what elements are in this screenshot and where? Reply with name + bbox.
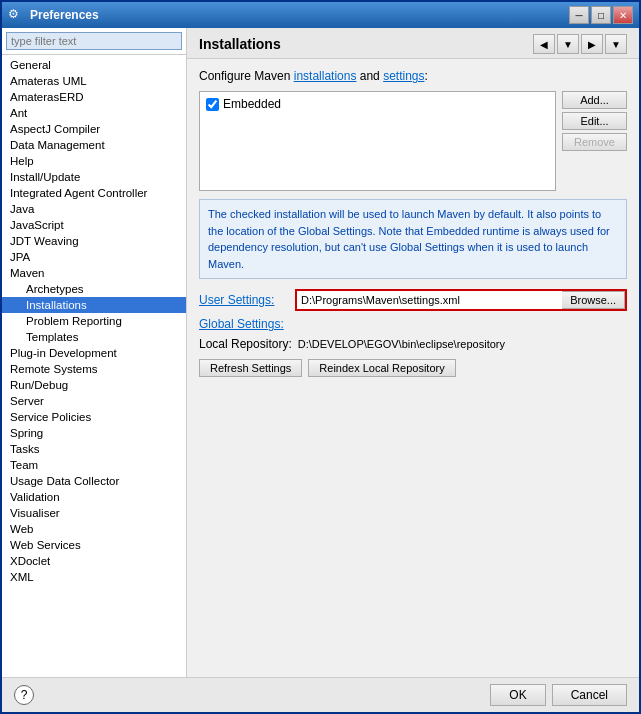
sidebar-item-spring[interactable]: Spring <box>2 425 186 441</box>
panel-body: Configure Maven installations and settin… <box>187 59 639 677</box>
global-settings-row: Global Settings: <box>199 317 627 331</box>
main-content: GeneralAmateras UMLAmaterasERDAntAspectJ… <box>2 28 639 677</box>
install-item-embedded: Embedded <box>202 94 553 114</box>
installations-area: Embedded Add... Edit... Remove <box>199 91 627 191</box>
preferences-window: ⚙ Preferences ─ □ ✕ GeneralAmateras UMLA… <box>0 0 641 714</box>
title-controls: ─ □ ✕ <box>569 6 633 24</box>
right-panel: Installations ◀ ▼ ▶ ▼ Configure Maven in… <box>187 28 639 677</box>
sidebar-item-install-update[interactable]: Install/Update <box>2 169 186 185</box>
sidebar-item-web[interactable]: Web <box>2 521 186 537</box>
user-settings-row: User Settings: Browse... <box>199 289 627 311</box>
sidebar-item-javascript[interactable]: JavaScript <box>2 217 186 233</box>
sidebar: GeneralAmateras UMLAmaterasERDAntAspectJ… <box>2 28 187 677</box>
sidebar-item-installations[interactable]: Installations <box>2 297 186 313</box>
info-text: The checked installation will be used to… <box>199 199 627 279</box>
sidebar-item-integrated-agent-controller[interactable]: Integrated Agent Controller <box>2 185 186 201</box>
sidebar-item-jdt-weaving[interactable]: JDT Weaving <box>2 233 186 249</box>
local-repo-value: D:\DEVELOP\EGOV\bin\eclipse\repository <box>298 338 505 350</box>
sidebar-item-run-debug[interactable]: Run/Debug <box>2 377 186 393</box>
nav-forward-button[interactable]: ▶ <box>581 34 603 54</box>
maximize-button[interactable]: □ <box>591 6 611 24</box>
sidebar-item-help[interactable]: Help <box>2 153 186 169</box>
user-settings-input-wrap: Browse... <box>295 289 627 311</box>
nav-back-button[interactable]: ◀ <box>533 34 555 54</box>
panel-nav: ◀ ▼ ▶ ▼ <box>533 34 627 54</box>
embedded-label: Embedded <box>223 97 281 111</box>
user-settings-browse-button[interactable]: Browse... <box>562 291 625 309</box>
sidebar-item-general[interactable]: General <box>2 57 186 73</box>
sidebar-item-service-policies[interactable]: Service Policies <box>2 409 186 425</box>
title-bar: ⚙ Preferences ─ □ ✕ <box>2 2 639 28</box>
embedded-checkbox[interactable] <box>206 98 219 111</box>
sidebar-item-java[interactable]: Java <box>2 201 186 217</box>
configure-prefix: Configure Maven <box>199 69 294 83</box>
edit-button[interactable]: Edit... <box>562 112 627 130</box>
refresh-settings-button[interactable]: Refresh Settings <box>199 359 302 377</box>
sidebar-item-visualiser[interactable]: Visualiser <box>2 505 186 521</box>
sidebar-item-templates[interactable]: Templates <box>2 329 186 345</box>
sidebar-item-web-services[interactable]: Web Services <box>2 537 186 553</box>
tree: GeneralAmateras UMLAmaterasERDAntAspectJ… <box>2 55 186 677</box>
sidebar-item-ant[interactable]: Ant <box>2 105 186 121</box>
panel-header: Installations ◀ ▼ ▶ ▼ <box>187 28 639 59</box>
bottom-bar: ? OK Cancel <box>2 677 639 712</box>
window-icon: ⚙ <box>8 7 24 23</box>
filter-box <box>2 28 186 55</box>
sidebar-item-xdoclet[interactable]: XDoclet <box>2 553 186 569</box>
title-bar-left: ⚙ Preferences <box>8 7 99 23</box>
sidebar-item-problem-reporting[interactable]: Problem Reporting <box>2 313 186 329</box>
installations-link[interactable]: installations <box>294 69 357 83</box>
cancel-button[interactable]: Cancel <box>552 684 627 706</box>
action-buttons: Refresh Settings Reindex Local Repositor… <box>199 359 627 377</box>
minimize-button[interactable]: ─ <box>569 6 589 24</box>
help-button[interactable]: ? <box>14 685 34 705</box>
sidebar-item-remote-systems[interactable]: Remote Systems <box>2 361 186 377</box>
install-buttons: Add... Edit... Remove <box>562 91 627 191</box>
settings-link[interactable]: settings <box>383 69 424 83</box>
configure-suffix: : <box>424 69 427 83</box>
sidebar-item-archetypes[interactable]: Archetypes <box>2 281 186 297</box>
sidebar-item-plug-in-development[interactable]: Plug-in Development <box>2 345 186 361</box>
installations-list: Embedded <box>199 91 556 191</box>
global-settings-label[interactable]: Global Settings: <box>199 317 289 331</box>
sidebar-item-server[interactable]: Server <box>2 393 186 409</box>
panel-title: Installations <box>199 36 281 52</box>
sidebar-item-usage-data-collector[interactable]: Usage Data Collector <box>2 473 186 489</box>
window-title: Preferences <box>30 8 99 22</box>
sidebar-item-maven[interactable]: Maven <box>2 265 186 281</box>
sidebar-item-team[interactable]: Team <box>2 457 186 473</box>
ok-button[interactable]: OK <box>490 684 545 706</box>
local-repo-row: Local Repository: D:\DEVELOP\EGOV\bin\ec… <box>199 337 627 351</box>
sidebar-item-amateras-erd[interactable]: AmaterasERD <box>2 89 186 105</box>
close-button[interactable]: ✕ <box>613 6 633 24</box>
sidebar-item-tasks[interactable]: Tasks <box>2 441 186 457</box>
sidebar-item-aspectj-compiler[interactable]: AspectJ Compiler <box>2 121 186 137</box>
remove-button[interactable]: Remove <box>562 133 627 151</box>
configure-middle: and <box>356 69 383 83</box>
user-settings-label[interactable]: User Settings: <box>199 293 289 307</box>
sidebar-item-validation[interactable]: Validation <box>2 489 186 505</box>
reindex-local-repo-button[interactable]: Reindex Local Repository <box>308 359 455 377</box>
configure-text: Configure Maven installations and settin… <box>199 69 627 83</box>
sidebar-item-xml[interactable]: XML <box>2 569 186 585</box>
filter-input[interactable] <box>6 32 182 50</box>
nav-menu-button[interactable]: ▼ <box>605 34 627 54</box>
sidebar-item-jpa[interactable]: JPA <box>2 249 186 265</box>
add-button[interactable]: Add... <box>562 91 627 109</box>
ok-cancel-area: OK Cancel <box>490 684 627 706</box>
nav-dropdown-button[interactable]: ▼ <box>557 34 579 54</box>
sidebar-item-amateras-uml[interactable]: Amateras UML <box>2 73 186 89</box>
sidebar-item-data-management[interactable]: Data Management <box>2 137 186 153</box>
user-settings-input[interactable] <box>297 291 562 309</box>
local-repo-label: Local Repository: <box>199 337 292 351</box>
